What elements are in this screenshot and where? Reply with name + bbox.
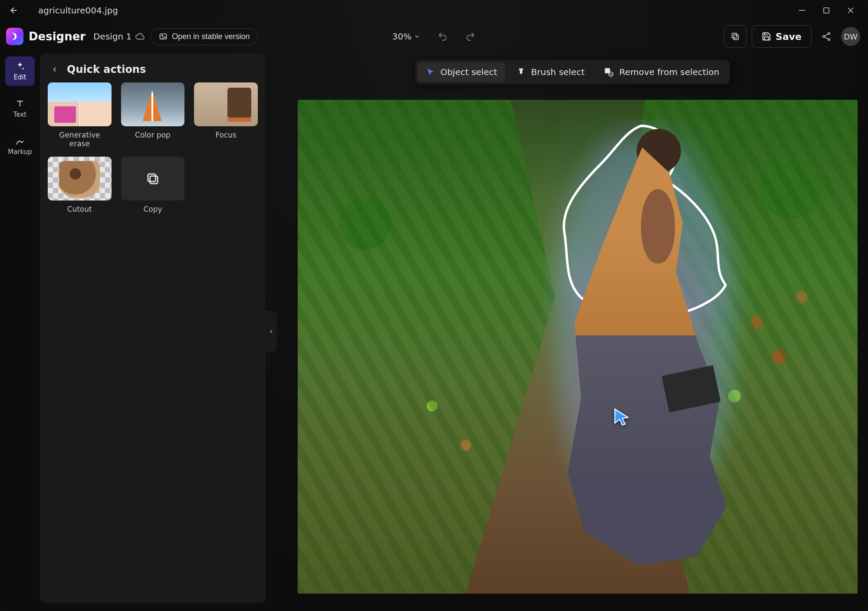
- chevron-down-icon: [414, 33, 420, 39]
- object-select-button[interactable]: Object select: [418, 62, 505, 82]
- app-logo: [6, 28, 23, 45]
- selection-subject: [544, 120, 746, 584]
- svg-rect-10: [148, 174, 155, 181]
- qa-label: Cutout: [67, 205, 92, 214]
- open-stable-label: Open in stable version: [172, 32, 250, 41]
- text-icon: [15, 99, 25, 109]
- svg-point-3: [161, 35, 163, 36]
- svg-rect-13: [610, 74, 612, 75]
- undo-button: [433, 27, 452, 46]
- zoom-dropdown[interactable]: 30%: [388, 29, 424, 44]
- redo-icon: [465, 31, 476, 42]
- canvas-area: Object select Brush select Remove from s…: [277, 52, 868, 611]
- center-toolbar: 30%: [388, 27, 480, 46]
- window-restore-button[interactable]: [814, 2, 838, 19]
- panel-header: Quick actions: [48, 61, 258, 82]
- qa-cutout[interactable]: Cutout: [48, 157, 112, 214]
- selection-toolbar: Object select Brush select Remove from s…: [415, 60, 730, 84]
- markup-icon: [15, 136, 25, 146]
- quick-actions-grid: Generative erase Color pop Focus Cutout: [48, 82, 258, 214]
- main: Edit Text Markup Quick actions: [0, 52, 868, 611]
- qa-thumb-copy: [121, 157, 185, 200]
- header: Designer Design 1 Open in stable version…: [0, 21, 868, 52]
- copy-outline-icon: [145, 171, 161, 187]
- redo-button: [461, 27, 480, 46]
- rail-edit-label: Edit: [13, 73, 26, 81]
- canvas-cursor: [611, 406, 634, 429]
- sparkle-icon: [15, 61, 25, 72]
- close-icon: [848, 7, 854, 13]
- save-label: Save: [776, 31, 802, 42]
- svg-rect-9: [150, 176, 158, 183]
- design-title[interactable]: Design 1: [93, 31, 145, 42]
- brush-select-button[interactable]: Brush select: [509, 62, 593, 82]
- user-avatar[interactable]: DW: [841, 27, 860, 46]
- qa-label: Color pop: [135, 131, 171, 139]
- share-icon: [821, 31, 832, 42]
- svg-rect-1: [824, 8, 829, 13]
- restore-icon: [823, 7, 829, 13]
- qa-thumb-colorpop: [121, 82, 185, 126]
- qa-copy[interactable]: Copy: [121, 157, 185, 214]
- quick-actions-panel: Quick actions Generative erase Color pop…: [40, 54, 266, 603]
- svg-point-8: [828, 39, 830, 40]
- qa-thumb-focus: [194, 82, 258, 126]
- copy-icon: [730, 32, 740, 41]
- chevron-left-icon: [268, 328, 274, 335]
- share-button[interactable]: [817, 27, 836, 46]
- remove-selection-button[interactable]: Remove from selection: [596, 62, 727, 82]
- panel-title: Quick actions: [67, 63, 146, 76]
- minimize-icon: [799, 7, 805, 13]
- remove-selection-label: Remove from selection: [619, 67, 719, 77]
- svg-rect-5: [732, 33, 737, 38]
- brush-icon: [516, 67, 526, 77]
- panel-collapse-button[interactable]: [266, 311, 277, 352]
- qa-color-pop[interactable]: Color pop: [121, 82, 185, 148]
- chevron-left-icon: [51, 66, 59, 73]
- app-window: agriculture004.jpg Designer Design 1 Ope…: [0, 0, 868, 611]
- cloud-sync-icon: [135, 32, 145, 41]
- qa-label: Focus: [215, 131, 237, 139]
- canvas[interactable]: [298, 100, 858, 594]
- designer-logo-icon: [9, 31, 20, 42]
- object-select-label: Object select: [441, 67, 497, 77]
- zoom-value: 30%: [392, 31, 411, 42]
- cursor-arrow-icon: [611, 406, 634, 429]
- open-stable-button[interactable]: Open in stable version: [151, 28, 258, 45]
- panel-back-button[interactable]: [49, 63, 61, 76]
- qa-thumb-generase: [48, 82, 112, 126]
- svg-point-7: [823, 36, 825, 37]
- rail-item-markup[interactable]: Markup: [5, 131, 35, 161]
- window-close-button[interactable]: [838, 2, 863, 19]
- rail-markup-label: Markup: [8, 148, 32, 156]
- remove-selection-icon: [604, 67, 614, 77]
- rail-item-text[interactable]: Text: [5, 94, 35, 123]
- rail-item-edit[interactable]: Edit: [5, 56, 35, 86]
- back-button[interactable]: [5, 2, 23, 19]
- app-name: Designer: [29, 30, 85, 43]
- arrow-left-icon: [9, 6, 19, 15]
- window-minimize-button[interactable]: [790, 2, 814, 19]
- left-rail: Edit Text Markup: [0, 52, 40, 611]
- right-toolbar: Save DW: [724, 25, 860, 48]
- svg-rect-0: [799, 10, 805, 11]
- qa-generative-erase[interactable]: Generative erase: [48, 82, 112, 148]
- qa-focus[interactable]: Focus: [194, 82, 258, 148]
- copy-button[interactable]: [724, 25, 746, 48]
- qa-label: Copy: [143, 205, 162, 214]
- qa-thumb-cutout: [48, 157, 112, 200]
- titlebar: agriculture004.jpg: [0, 0, 868, 21]
- subject-face: [641, 189, 675, 263]
- file-name: agriculture004.jpg: [38, 5, 118, 16]
- undo-icon: [437, 31, 448, 42]
- svg-point-6: [828, 33, 830, 34]
- cursor-icon: [426, 67, 435, 77]
- save-icon: [762, 32, 771, 41]
- rail-text-label: Text: [13, 111, 26, 118]
- brush-select-label: Brush select: [531, 67, 585, 77]
- design-title-label: Design 1: [93, 31, 132, 42]
- qa-label: Generative erase: [48, 131, 112, 148]
- picture-icon: [159, 32, 168, 41]
- svg-rect-4: [733, 35, 738, 39]
- save-button[interactable]: Save: [752, 25, 812, 48]
